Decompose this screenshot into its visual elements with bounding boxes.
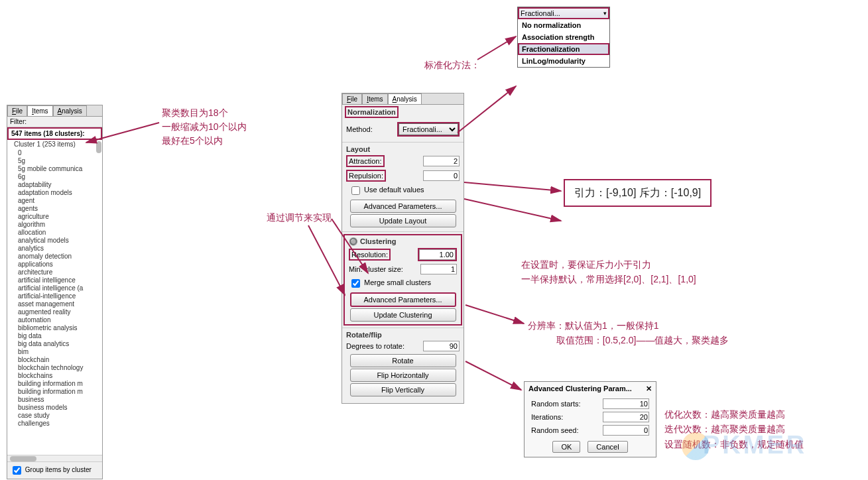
center-tabs: File Items Analysis [342, 93, 464, 105]
tree-item[interactable]: adaptability [9, 180, 101, 188]
attraction-input[interactable] [423, 156, 460, 166]
min-cluster-label: Min. cluster size: [349, 265, 403, 273]
resolution-label: Resolution: [349, 249, 391, 261]
tab-analysis[interactable]: Analysis [53, 105, 87, 116]
iterations-label: Iterations: [531, 413, 563, 421]
tree-item[interactable]: business models [9, 403, 101, 411]
norm-opt-fractionalization[interactable]: Fractionalization [518, 43, 609, 55]
svg-line-6 [464, 199, 561, 221]
items-tree[interactable]: Cluster 1 (253 items) 05g5g mobile commu… [7, 140, 102, 455]
use-default-label: Use default values [364, 186, 424, 194]
tree-item[interactable]: agent [9, 196, 101, 204]
merge-small-checkbox[interactable] [351, 279, 360, 288]
svg-line-7 [465, 305, 524, 324]
tree-item[interactable]: case study [9, 411, 101, 419]
tree-item[interactable]: 6g [9, 172, 101, 180]
repulsion-label: Repulsion: [346, 170, 386, 182]
tree-item[interactable]: artificial intelligence (a [9, 284, 101, 292]
tree-item[interactable]: automation [9, 316, 101, 324]
adv-cancel-button[interactable]: Cancel [588, 441, 627, 453]
random-starts-label: Random starts: [531, 400, 581, 408]
tab-items[interactable]: Items [27, 105, 52, 116]
norm-opt-association[interactable]: Association strength [518, 31, 609, 43]
normalization-title: Normalization [345, 106, 399, 118]
adv-dialog-title: Advanced Clustering Param... [528, 385, 632, 393]
norm-opt-linlog[interactable]: LinLog/modularity [518, 55, 609, 67]
tree-item[interactable]: blockchains [9, 371, 101, 379]
tree-item[interactable]: big data [9, 331, 101, 339]
clustering-section: 🔘 Clustering Resolution: Min. cluster si… [343, 234, 462, 326]
tree-item[interactable]: analytics [9, 244, 101, 252]
svg-line-3 [477, 36, 516, 60]
cluster-1-header[interactable]: Cluster 1 (253 items) [9, 140, 101, 149]
tree-item[interactable]: asset management [9, 300, 101, 308]
tree-item[interactable]: agents [9, 204, 101, 212]
tree-item[interactable]: 5g mobile communica [9, 164, 101, 172]
items-panel: File Items Analysis Filter: 547 items (1… [7, 105, 103, 479]
degrees-input[interactable] [423, 341, 460, 351]
tree-item[interactable]: 0 [9, 149, 101, 156]
tree-item[interactable]: blockchain technology [9, 363, 101, 371]
method-label: Method: [346, 125, 397, 133]
repulsion-input[interactable] [423, 170, 460, 181]
tree-item[interactable]: architecture [9, 268, 101, 276]
group-by-cluster-row: Group items by cluster [7, 461, 102, 479]
tree-item[interactable]: allocation [9, 228, 101, 236]
tab-file[interactable]: File [7, 105, 27, 116]
tree-item[interactable]: bibliometric analysis [9, 324, 101, 331]
flip-v-button[interactable]: Flip Vertically [350, 383, 456, 396]
tree-item[interactable]: agriculture [9, 212, 101, 220]
ctab-file[interactable]: File [342, 93, 362, 104]
tree-item[interactable]: bim [9, 347, 101, 355]
resolution-input[interactable] [419, 249, 456, 260]
svg-line-2 [308, 225, 345, 295]
rotate-button[interactable]: Rotate [350, 354, 456, 367]
layout-adv-params-button[interactable]: Advanced Parameters... [350, 200, 456, 213]
update-clustering-button[interactable]: Update Clustering [350, 308, 456, 322]
merge-small-label: Merge small clusters [364, 278, 431, 286]
normalization-dropdown-display[interactable]: Fractionali... ▾ [518, 7, 609, 19]
annot-cluster-count: 聚类数目为18个 一般缩减为10个以内 最好在5个以内 [162, 106, 247, 148]
tree-item[interactable]: anomaly detection [9, 252, 101, 260]
annot-resolution-notes: 分辨率：默认值为1，一般保持1 取值范围：[0.5,2.0]——值越大，聚类越多 [528, 318, 729, 348]
group-by-cluster-checkbox[interactable] [13, 466, 21, 475]
attraction-label: Attraction: [346, 155, 385, 167]
clustering-adv-params-button[interactable]: Advanced Parameters... [350, 292, 456, 307]
update-layout-button[interactable]: Update Layout [350, 214, 456, 227]
norm-opt-none[interactable]: No normalization [518, 19, 609, 31]
tree-item[interactable]: big data analytics [9, 339, 101, 347]
tree-item[interactable]: business [9, 395, 101, 403]
annot-norm-method: 标准化方法： [424, 60, 480, 72]
annot-force-notes: 在设置时，要保证斥力小于引力 一半保持默认，常用选择[2,0]、[2,1]、[1… [521, 257, 696, 287]
method-select[interactable]: Fractionali... [399, 123, 458, 135]
tree-item[interactable]: building information m [9, 379, 101, 387]
tree-hscroll[interactable] [7, 455, 102, 461]
tree-item[interactable]: algorithm [9, 220, 101, 228]
tree-scrollbar[interactable] [96, 141, 101, 153]
tree-item[interactable]: analytical models [9, 236, 101, 244]
flip-h-button[interactable]: Flip Horizontally [350, 369, 456, 382]
tree-item[interactable]: applications [9, 260, 101, 268]
min-cluster-input[interactable] [420, 264, 457, 274]
adv-ok-button[interactable]: OK [552, 441, 580, 453]
use-default-checkbox[interactable] [351, 186, 360, 195]
tree-item[interactable]: augmented reality [9, 308, 101, 316]
tree-item[interactable]: artificial intelligence [9, 276, 101, 284]
filter-label: Filter: [7, 117, 102, 127]
tree-item[interactable]: challenges [9, 419, 101, 427]
tree-item[interactable]: building information m [9, 387, 101, 395]
layout-section: Layout Attraction: Repulsion: Use defaul… [345, 145, 461, 227]
advanced-clustering-dialog: Advanced Clustering Param... ✕ Random st… [524, 381, 656, 457]
clustering-icon: 🔘 Clustering [345, 237, 461, 247]
tree-item[interactable]: adaptation models [9, 188, 101, 196]
tree-item[interactable]: artificial-intelligence [9, 292, 101, 300]
ctab-analysis[interactable]: Analysis [388, 93, 422, 104]
tree-item[interactable]: blockchain [9, 355, 101, 363]
tree-item[interactable]: 5g [9, 156, 101, 164]
random-seed-input[interactable] [603, 425, 649, 436]
close-icon[interactable]: ✕ [646, 385, 652, 393]
ctab-items[interactable]: Items [362, 93, 387, 104]
iterations-input[interactable] [603, 412, 649, 422]
random-starts-input[interactable] [603, 398, 649, 409]
rotate-title: Rotate/flip [345, 330, 461, 339]
